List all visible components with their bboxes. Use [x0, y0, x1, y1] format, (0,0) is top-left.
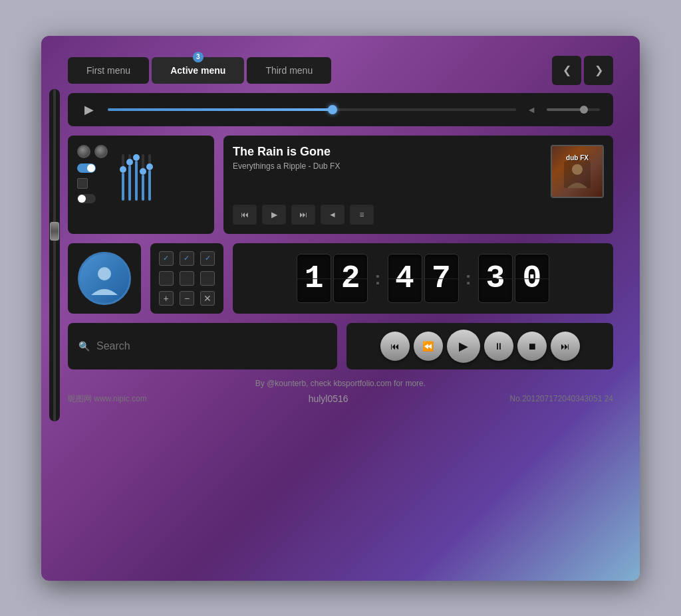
eq-sliders [122, 145, 205, 203]
eq-track-1 [122, 154, 124, 201]
music-play-btn[interactable]: ▶ [262, 205, 286, 225]
nav-arrows: ❮ ❯ [552, 56, 613, 85]
music-rewind-btn[interactable]: ⏮ [233, 205, 257, 225]
transport-stop-btn[interactable]: ⏹ [517, 332, 547, 361]
eq-track-5 [148, 154, 151, 201]
checkbox-sq-1[interactable] [77, 178, 88, 189]
eq-track-3 [135, 154, 138, 201]
flip-sec-ones: 0 [515, 254, 549, 303]
music-controls: ⏮ ▶ ⏭ ◄ ≡ [233, 205, 604, 225]
eq-fill-4 [142, 175, 144, 201]
flip-sep-2: : [466, 268, 472, 289]
music-menu-btn[interactable]: ≡ [350, 205, 374, 225]
toggle-item-4 [77, 194, 116, 203]
media-bar: ▶ ◄ [68, 93, 613, 126]
attribution-text: By @kounterb, check kbsportfolio.com for… [255, 379, 426, 388]
music-volume-btn[interactable]: ◄ [321, 205, 344, 225]
progress-track[interactable] [108, 108, 516, 111]
music-subtitle: Everythings a Ripple - Dub FX [233, 161, 551, 171]
eq-panel [68, 136, 214, 234]
watermark-row: 昵图网 www.nipic.com hulyl0516 No.201207172… [68, 393, 613, 405]
eq-fill-2 [128, 165, 131, 201]
album-art-inner: dub FX [552, 146, 603, 197]
eq-thumb-1[interactable] [120, 166, 126, 173]
toggle-item-1 [77, 145, 116, 158]
flip-min-tens: 4 [388, 254, 422, 303]
eq-slider-2[interactable] [128, 148, 131, 201]
album-art-graphic [561, 161, 594, 188]
eq-fill-1 [122, 173, 124, 201]
eq-track-4 [142, 154, 144, 201]
avatar-circle [78, 252, 131, 305]
toggle-row [77, 145, 116, 203]
eq-thumb-2[interactable] [126, 159, 133, 165]
eq-fill-5 [148, 170, 151, 201]
flip-minutes: 4 7 [388, 254, 459, 303]
eq-slider-4[interactable] [142, 148, 144, 201]
volume-fill [547, 108, 584, 111]
bottom-row: ✓ ✓ ✓ + − ✕ 1 2 : 4 7 : 3 0 [68, 243, 613, 314]
nav-badge: 3 [193, 52, 204, 62]
watermark-left: 昵图网 www.nipic.com [68, 393, 147, 405]
eq-slider-1[interactable] [122, 148, 124, 201]
nav-next-button[interactable]: ❯ [584, 56, 613, 85]
transport-pause-btn[interactable]: ⏸ [484, 332, 513, 361]
progress-thumb[interactable] [328, 105, 337, 114]
checkbox-5[interactable] [180, 271, 194, 286]
eq-thumb-4[interactable] [140, 168, 146, 175]
search-box: 🔍 [68, 323, 337, 369]
flip-min-ones: 7 [424, 254, 459, 303]
eq-thumb-5[interactable] [146, 163, 153, 170]
checkbox-2[interactable]: ✓ [180, 251, 194, 266]
transport-play-btn[interactable]: ▶ [447, 330, 480, 363]
progress-fill [108, 108, 333, 111]
flip-hour-ones: 2 [333, 254, 368, 303]
tab-third-menu[interactable]: Third menu [247, 57, 331, 84]
svg-point-2 [98, 267, 111, 280]
checkbox-panel: ✓ ✓ ✓ + − ✕ [150, 243, 223, 314]
nav-prev-button[interactable]: ❮ [552, 56, 581, 85]
knob-2[interactable] [94, 145, 108, 158]
checkbox-add-btn[interactable]: + [159, 291, 174, 306]
main-container: First menu 3 Active menu Third menu ❮ ❯ … [41, 36, 640, 581]
eq-track-2 [128, 154, 131, 201]
checkbox-3[interactable]: ✓ [200, 251, 215, 266]
album-label: dub FX [566, 154, 589, 161]
album-art: dub FX [551, 145, 604, 198]
vertical-slider[interactable] [49, 89, 60, 421]
transport-prev-btn[interactable]: ⏪ [414, 332, 443, 361]
transport-controls: ⏮ ⏪ ▶ ⏸ ⏹ ⏭ [346, 323, 613, 369]
toggle-switch-2[interactable] [77, 194, 96, 203]
checkbox-4[interactable] [159, 271, 174, 286]
transport-rewind-btn[interactable]: ⏮ [380, 332, 410, 361]
eq-thumb-3[interactable] [133, 154, 140, 161]
toggle-switch-1[interactable] [77, 163, 96, 173]
music-info: The Rain is Gone Everythings a Ripple - … [233, 145, 604, 198]
svg-point-1 [572, 164, 583, 175]
toggle-item-3 [77, 178, 116, 189]
search-icon: 🔍 [78, 341, 90, 352]
checkbox-remove-btn[interactable]: − [180, 291, 194, 306]
volume-track[interactable] [547, 108, 600, 111]
flip-sec-tens: 3 [478, 254, 513, 303]
search-input[interactable] [96, 340, 327, 352]
avatar-icon [88, 262, 121, 295]
music-fastforward-btn[interactable]: ⏭ [291, 205, 315, 225]
knob-1[interactable] [77, 145, 90, 158]
vertical-slider-thumb[interactable] [50, 222, 59, 241]
eq-slider-3[interactable] [135, 148, 138, 201]
eq-fill-3 [135, 161, 138, 201]
middle-row: The Rain is Gone Everythings a Ripple - … [68, 136, 613, 234]
tab-active-menu[interactable]: 3 Active menu [152, 57, 244, 84]
checkbox-1[interactable]: ✓ [159, 251, 174, 266]
flip-hour-tens: 1 [297, 254, 331, 303]
checkbox-6[interactable] [200, 271, 215, 286]
volume-thumb[interactable] [580, 106, 588, 114]
checkbox-clear-btn[interactable]: ✕ [200, 291, 215, 306]
play-button-small[interactable]: ▶ [81, 102, 97, 117]
transport-next-btn[interactable]: ⏭ [551, 332, 580, 361]
music-text: The Rain is Gone Everythings a Ripple - … [233, 145, 551, 171]
tab-first-menu[interactable]: First menu [68, 57, 149, 84]
eq-slider-5[interactable] [148, 148, 151, 201]
toggle-item-2 [77, 163, 116, 173]
